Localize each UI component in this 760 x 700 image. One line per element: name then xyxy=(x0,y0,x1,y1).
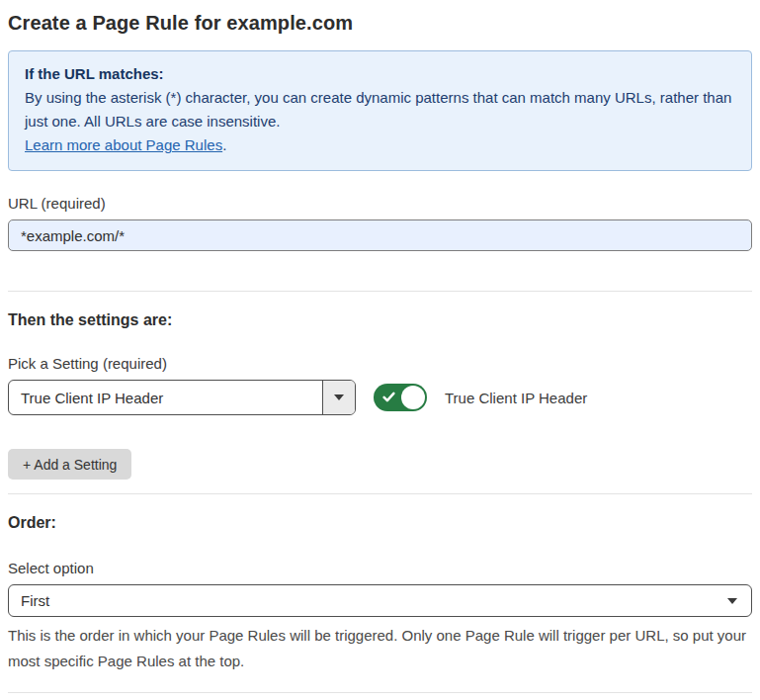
toggle-label: True Client IP Header xyxy=(445,390,587,406)
check-icon xyxy=(382,391,395,403)
url-input[interactable] xyxy=(8,219,752,251)
info-box-link-line: Learn more about Page Rules. xyxy=(25,133,735,157)
link-suffix: . xyxy=(222,136,226,153)
order-help-text: This is the order in which your Page Rul… xyxy=(8,623,752,674)
pick-setting-label: Pick a Setting (required) xyxy=(8,355,752,372)
true-client-ip-toggle[interactable] xyxy=(374,384,427,411)
order-select-label: Select option xyxy=(8,560,752,576)
settings-section-heading: Then the settings are: xyxy=(8,311,752,329)
order-section-heading: Order: xyxy=(8,514,752,532)
toggle-knob xyxy=(401,386,425,409)
setting-select-arrow-button[interactable] xyxy=(322,381,355,414)
url-match-info-box: If the URL matches: By using the asteris… xyxy=(8,50,752,171)
divider xyxy=(8,291,752,292)
order-select[interactable]: First xyxy=(8,584,752,617)
url-field-label: URL (required) xyxy=(8,195,752,212)
setting-select-value: True Client IP Header xyxy=(9,381,322,414)
setting-select[interactable]: True Client IP Header xyxy=(8,380,356,415)
info-box-heading: If the URL matches: xyxy=(25,62,735,86)
divider xyxy=(8,493,752,494)
order-select-value: First xyxy=(21,592,49,609)
add-setting-button[interactable]: + Add a Setting xyxy=(8,449,131,480)
info-box-body: By using the asterisk (*) character, you… xyxy=(25,86,735,133)
learn-more-link[interactable]: Learn more about Page Rules xyxy=(25,136,222,153)
setting-row: True Client IP Header True Client IP Hea… xyxy=(8,380,752,415)
chevron-down-icon xyxy=(334,394,344,400)
page-title: Create a Page Rule for example.com xyxy=(8,12,752,35)
divider xyxy=(8,692,752,693)
chevron-down-icon xyxy=(727,598,737,604)
